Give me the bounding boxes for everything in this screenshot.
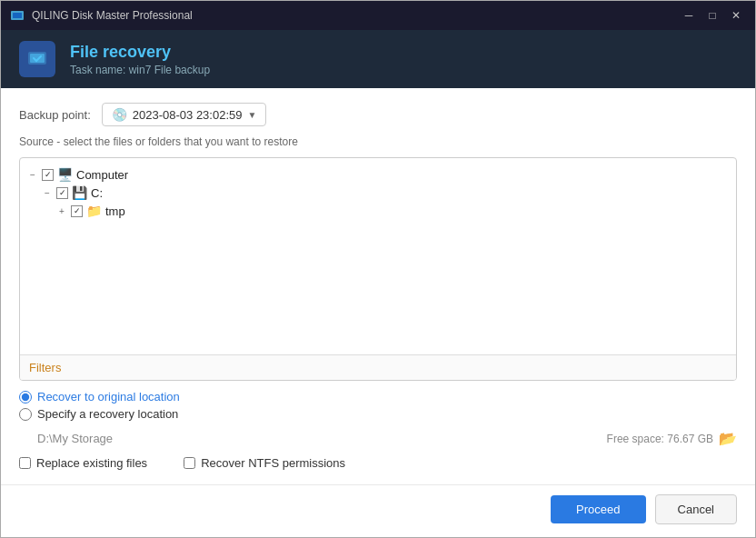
proceed-button[interactable]: Proceed [551,495,645,523]
checkbox-c[interactable]: ✓ [56,187,68,199]
footer: Proceed Cancel [1,484,755,537]
checkbox-computer[interactable]: ✓ [42,169,54,181]
backup-point-label: Backup point: [19,108,91,122]
drive-icon: 💾 [72,185,87,200]
main-content: Backup point: 💿 2023-08-03 23:02:59 ▼ So… [1,88,755,484]
app-window: QILING Disk Master Professional ─ □ ✕ Fi… [0,0,756,538]
expander-tmp[interactable]: + [56,206,67,216]
ntfs-permissions-checkbox-item[interactable]: Recover NTFS permissions [184,456,345,470]
tmp-label: tmp [105,204,125,218]
disk-icon: 💿 [112,107,127,122]
header: File recovery Task name: win7 File backu… [1,30,755,88]
tree-item-c-drive[interactable]: − ✓ 💾 C: [42,184,729,202]
backup-point-row: Backup point: 💿 2023-08-03 23:02:59 ▼ [19,103,737,126]
folder-icon: 📁 [86,204,102,218]
title-bar-left: QILING Disk Master Professional [10,8,193,23]
ntfs-permissions-label: Recover NTFS permissions [201,456,345,470]
svg-rect-3 [30,54,45,63]
file-tree-content: − ✓ 🖥️ Computer − ✓ 💾 C: + ✓ 📁 [20,158,736,354]
replace-files-label: Replace existing files [36,456,147,470]
tree-item-tmp[interactable]: + ✓ 📁 tmp [56,202,729,220]
checkboxes-row: Replace existing files Recover NTFS perm… [19,456,737,470]
header-icon [19,41,55,77]
free-space-text: Free space: 76.67 GB [607,433,713,445]
page-title: File recovery [70,43,210,62]
title-bar-controls: ─ □ ✕ [679,7,746,24]
checkbox-tmp[interactable]: ✓ [71,205,83,217]
file-tree-box: − ✓ 🖥️ Computer − ✓ 💾 C: + ✓ 📁 [19,157,737,381]
chevron-down-icon: ▼ [248,110,257,120]
header-text: File recovery Task name: win7 File backu… [70,43,210,76]
svg-rect-1 [13,13,22,18]
recovery-path-text: D:\My Storage [37,432,607,445]
app-icon [10,8,25,23]
computer-icon: 🖥️ [57,167,73,182]
radio-original-location[interactable]: Recover to original location [19,390,737,404]
browse-folder-icon[interactable]: 📂 [719,430,737,447]
task-subtitle: Task name: win7 File backup [70,64,210,76]
cancel-button[interactable]: Cancel [655,494,737,524]
filters-bar[interactable]: Filters [20,354,736,380]
recovery-path-row: D:\My Storage Free space: 76.67 GB 📂 [19,430,737,447]
filters-label: Filters [29,361,61,374]
radio-original-label: Recover to original location [37,390,180,404]
c-drive-label: C: [91,186,103,200]
backup-point-select[interactable]: 💿 2023-08-03 23:02:59 ▼ [102,103,267,126]
expander-c[interactable]: − [42,188,53,198]
computer-label: Computer [76,168,128,182]
replace-files-checkbox-item[interactable]: Replace existing files [19,456,147,470]
maximize-button[interactable]: □ [702,7,722,24]
expander-computer[interactable]: − [27,170,38,180]
source-label: Source - select the files or folders tha… [19,135,737,148]
title-bar: QILING Disk Master Professional ─ □ ✕ [1,1,755,30]
radio-specify-label: Specify a recovery location [37,407,178,421]
ntfs-permissions-checkbox[interactable] [184,457,195,469]
replace-files-checkbox[interactable] [19,457,31,469]
close-button[interactable]: ✕ [726,7,746,24]
window-title: QILING Disk Master Professional [32,9,193,22]
minimize-button[interactable]: ─ [679,7,699,24]
radio-specify-location[interactable]: Specify a recovery location [19,407,737,421]
backup-point-value: 2023-08-03 23:02:59 [133,108,243,122]
radio-group: Recover to original location Specify a r… [19,390,737,421]
tree-item-computer[interactable]: − ✓ 🖥️ Computer [27,165,729,184]
